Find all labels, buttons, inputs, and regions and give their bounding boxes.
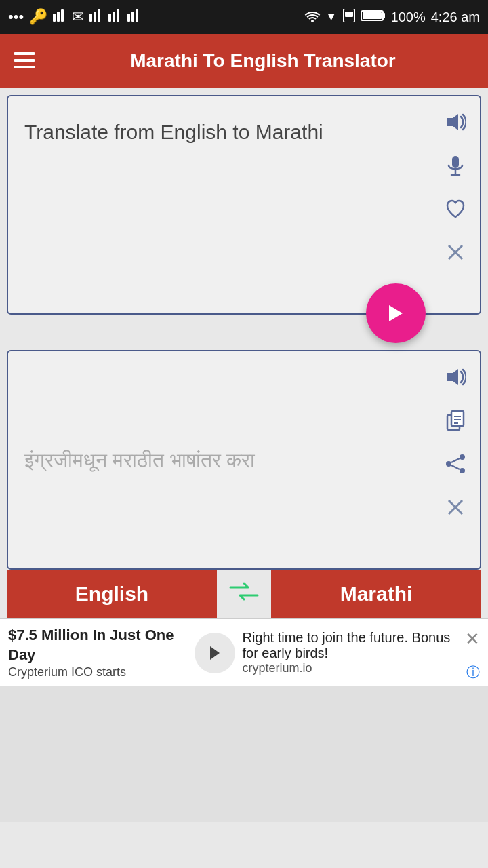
status-left: ••• 🔑 ✉ [8,8,141,26]
svg-rect-8 [117,9,119,22]
input-speaker-button[interactable] [441,107,470,137]
ad-subtitle: Crypterium ICO starts [8,665,188,679]
translate-button[interactable] [366,283,426,343]
svg-rect-22 [452,156,459,168]
svg-rect-11 [136,9,138,22]
svg-marker-21 [447,114,458,130]
output-share-button[interactable] [441,449,470,479]
svg-line-38 [451,465,460,469]
input-panel-content: Translate from English to Marathi [8,96,480,313]
source-language-button[interactable]: English [7,570,217,618]
output-clear-button[interactable] [441,492,470,522]
ad-info-button[interactable]: ⓘ [466,663,480,682]
svg-rect-17 [363,12,382,19]
ad-right-title: Right time to join the future. Bonus for… [242,630,458,661]
input-mic-button[interactable] [441,151,470,180]
svg-rect-6 [108,14,111,22]
svg-rect-20 [14,66,35,68]
wifi-icon [304,9,321,26]
svg-rect-7 [113,12,115,22]
ad-close-button[interactable]: ✕ [465,629,480,650]
battery-icon [361,9,386,25]
bar-chart-icon-1 [53,8,66,26]
ad-arrow-button[interactable] [195,633,235,673]
svg-rect-18 [14,52,35,55]
bar-chart-icon-3 [108,8,122,26]
output-panel-icons [431,351,480,568]
menu-button[interactable] [14,49,35,74]
svg-rect-10 [131,12,134,22]
svg-line-37 [451,458,460,462]
svg-marker-27 [389,305,403,321]
input-panel-icons [431,96,480,313]
ad-banner: $7.5 Million In Just One Day Crypterium … [0,618,488,686]
ad-text-left: $7.5 Million In Just One Day Crypterium … [8,626,188,679]
battery-percent: 100% [391,9,426,25]
target-language-button[interactable]: Marathi [271,570,481,618]
swap-icon [228,580,260,608]
notification-icons: ••• [8,8,24,26]
input-clear-button[interactable] [441,237,470,267]
download-icon: ▼ [326,11,337,23]
svg-marker-28 [447,369,458,385]
svg-marker-41 [210,646,220,660]
bar-chart-icon-4 [127,8,141,26]
svg-rect-14 [345,12,353,17]
svg-point-34 [460,454,465,460]
svg-rect-0 [53,14,56,22]
input-textarea[interactable]: Translate from English to Marathi [24,117,426,293]
output-panel: इंग्रजीमधून मराठीत भाषांतर करा [7,350,481,570]
ad-right-url: crypterium.io [242,661,458,675]
time: 4:26 am [431,9,480,25]
output-placeholder-text: इंग्रजीमधून मराठीत भाषांतर करा [24,445,255,475]
svg-point-35 [446,461,451,467]
key-icon: 🔑 [29,8,47,26]
swap-language-button[interactable] [217,570,271,618]
svg-rect-2 [61,9,64,22]
status-right: ▼ 100% 4:26 am [304,9,480,26]
email-icon: ✉ [72,8,84,26]
app-title: Marathi To English Translator [52,50,474,72]
bottom-space [0,686,488,822]
svg-point-36 [460,468,465,473]
svg-rect-3 [89,14,92,22]
ad-title: $7.5 Million In Just One Day [8,626,188,665]
language-bar: English Marathi [7,570,481,618]
svg-rect-5 [98,9,100,22]
main-content: Translate from English to Marathi [0,88,488,618]
input-favorite-button[interactable] [441,194,470,224]
svg-rect-4 [94,12,96,22]
output-copy-button[interactable] [441,406,470,435]
ad-text-right: Right time to join the future. Bonus for… [242,630,458,675]
svg-rect-16 [383,13,385,18]
svg-rect-1 [57,12,60,22]
bar-chart-icon-2 [89,8,103,26]
svg-point-12 [311,20,314,22]
output-panel-content: इंग्रजीमधून मराठीत भाषांतर करा [8,351,480,568]
app-bar: Marathi To English Translator [0,34,488,88]
svg-rect-9 [127,14,130,22]
output-speaker-button[interactable] [441,362,470,392]
sim-icon [342,9,356,26]
svg-rect-19 [14,59,35,62]
status-bar: ••• 🔑 ✉ [0,0,488,34]
input-panel: Translate from English to Marathi [7,95,481,315]
